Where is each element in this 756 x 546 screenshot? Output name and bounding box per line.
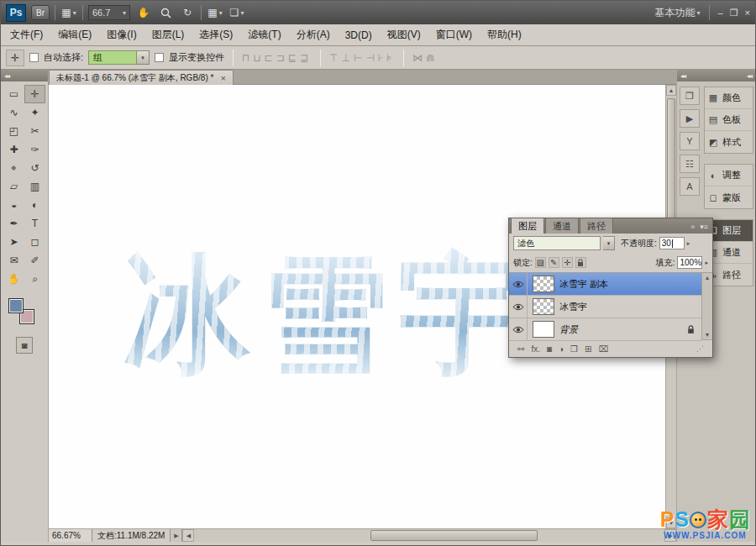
tab-channels[interactable]: 通道 [545, 218, 579, 234]
visibility-toggle[interactable] [509, 296, 528, 318]
slice-tool[interactable]: ✂ [24, 122, 45, 140]
screen-mode-button[interactable]: ❏▾ [228, 5, 245, 20]
menu-analysis[interactable]: 分析(A) [289, 24, 338, 45]
lock-pixels-icon[interactable]: ✎ [549, 257, 559, 268]
foreground-color-swatch[interactable] [8, 298, 24, 313]
status-zoom-field[interactable]: 66.67% [49, 529, 92, 542]
zoom-tool-button[interactable] [157, 5, 174, 20]
scroll-up-arrow[interactable]: ▲ [705, 275, 711, 281]
healing-brush-tool[interactable]: ✚ [3, 140, 24, 159]
chevron-down-icon[interactable]: ▾ [603, 236, 615, 250]
tool-presets-panel-button[interactable]: Y [680, 132, 700, 150]
menu-3d[interactable]: 3D(D) [338, 24, 380, 45]
layer-thumbnail[interactable] [533, 321, 554, 338]
masks-panel-tab[interactable]: ◻蒙版 [705, 186, 753, 208]
background-layer-row[interactable]: 背景 [509, 318, 701, 341]
lock-position-icon[interactable]: ✛ [562, 257, 573, 268]
menu-edit[interactable]: 编辑(E) [50, 24, 99, 45]
menu-layer[interactable]: 图层(L) [144, 24, 192, 45]
layer-thumbnail[interactable] [533, 276, 554, 292]
magic-wand-tool[interactable]: ✦ [24, 103, 45, 122]
layer-style-icon[interactable]: fx. [531, 344, 540, 354]
dock-collapse-button[interactable]: ◂◂ [680, 72, 685, 80]
adjustments-panel-tab[interactable]: ◐调整 [705, 165, 753, 186]
zoom-tool[interactable]: ⌕ [24, 270, 45, 288]
menu-help[interactable]: 帮助(H) [480, 24, 529, 45]
view-extras-button[interactable]: ▦▾ [60, 5, 77, 20]
swatches-panel-tab[interactable]: ▤色板 [705, 109, 753, 131]
rectangular-marquee-tool[interactable]: ▭ [3, 85, 24, 103]
chevron-down-icon[interactable]: ▾ [137, 50, 150, 65]
show-transform-controls-checkbox[interactable] [155, 53, 164, 62]
fill-slider-arrow[interactable]: ▸ [705, 260, 708, 266]
horizontal-scroll-thumb[interactable] [370, 530, 538, 541]
scroll-down-arrow[interactable]: ▼ [705, 332, 711, 338]
workspace-switcher[interactable]: 基本功能▾ [655, 5, 701, 20]
tab-layers[interactable]: 图层 [511, 218, 544, 234]
eyedropper-tool[interactable]: ✐ [24, 251, 45, 270]
menu-image[interactable]: 图像(I) [99, 24, 144, 45]
adjustment-layer-icon[interactable]: ◑ [559, 344, 564, 354]
lock-transparency-icon[interactable]: ▨ [535, 257, 546, 268]
eraser-tool[interactable]: ▱ [3, 177, 24, 196]
auto-select-checkbox[interactable] [29, 53, 39, 62]
blur-tool[interactable]: ◒ [3, 196, 24, 214]
actions-panel-button[interactable]: ▶ [680, 109, 700, 128]
new-group-icon[interactable]: ❒ [570, 344, 578, 354]
lock-all-icon[interactable] [575, 257, 586, 268]
blend-mode-select[interactable]: 滤色 [513, 236, 601, 250]
auto-select-mode-select[interactable]: 组 [88, 50, 137, 65]
zoom-level-input[interactable]: 66.7▾ [88, 5, 130, 20]
rotate-view-button[interactable]: ↻ [179, 5, 196, 20]
panel-collapse-icon[interactable]: » [690, 223, 695, 231]
type-tool[interactable]: T [24, 214, 45, 233]
restore-button[interactable]: ❐ [730, 8, 738, 18]
dodge-tool[interactable]: ◐ [24, 196, 45, 214]
distribute-buttons-group[interactable]: ⊤⊥⊢⊣⊦⊧ [329, 52, 395, 64]
opacity-input[interactable]: 30 [659, 237, 685, 249]
notes-tool[interactable]: ✉ [3, 251, 24, 270]
layer-mask-icon[interactable]: ◙ [547, 344, 552, 354]
tab-close-icon[interactable]: × [220, 73, 225, 83]
pen-tool[interactable]: ✒ [3, 214, 24, 233]
dock-collapse-button[interactable]: ◂◂ [747, 72, 752, 80]
opacity-slider-arrow[interactable]: ▸ [687, 240, 690, 247]
fill-input[interactable]: 100% [677, 256, 702, 269]
shape-tool[interactable]: ◻ [24, 233, 45, 251]
delete-layer-icon[interactable]: ⌧ [598, 344, 608, 354]
visibility-toggle[interactable] [509, 273, 528, 295]
clone-stamp-tool[interactable]: ⌖ [3, 159, 24, 177]
menu-filter[interactable]: 滤镜(T) [240, 24, 288, 45]
history-brush-tool[interactable]: ↺ [24, 159, 45, 177]
hand-tool-button[interactable]: ✋ [135, 5, 152, 20]
arrange-documents-button[interactable]: ▦▾ [207, 5, 223, 20]
scroll-up-arrow[interactable]: ▲ [666, 85, 676, 96]
move-tool[interactable]: ✛ [24, 85, 45, 103]
status-info-expand-button[interactable]: ▶ [171, 529, 182, 542]
horizontal-scrollbar[interactable]: ◀ ▶ [182, 529, 676, 542]
menu-view[interactable]: 视图(V) [380, 24, 428, 45]
color-panel-tab[interactable]: ▦颜色 [705, 87, 753, 109]
scroll-left-arrow[interactable]: ◀ [182, 529, 194, 542]
quick-mask-button[interactable]: ◙ [16, 337, 33, 354]
bridge-button[interactable]: Br [31, 5, 50, 20]
tab-paths[interactable]: 路径 [580, 218, 613, 234]
new-layer-icon[interactable]: ⊞ [585, 344, 591, 354]
gradient-tool[interactable]: ▥ [24, 177, 45, 196]
minimize-button[interactable]: – [718, 8, 723, 18]
layer-row-copy[interactable]: 冰雪宇 副本 [509, 273, 701, 296]
panel-menu-icon[interactable]: ▾≡ [700, 223, 708, 231]
brush-tool[interactable]: ✑ [24, 140, 45, 159]
layer-thumbnail[interactable] [533, 298, 554, 315]
crop-tool[interactable]: ◰ [3, 122, 24, 140]
menu-file[interactable]: 文件(F) [3, 24, 50, 45]
panel-resize-grip[interactable]: ⋰ [696, 344, 704, 353]
hand-tool[interactable]: ✋ [3, 270, 24, 288]
menu-select[interactable]: 选择(S) [192, 24, 240, 45]
document-tab[interactable]: 未标题-1 @ 66.7% (冰雪宇 副本, RGB/8) * × [49, 70, 234, 85]
link-layers-icon[interactable]: ⚯ [517, 344, 524, 354]
menu-window[interactable]: 窗口(W) [428, 24, 480, 45]
history-panel-button[interactable]: ❐ [680, 87, 700, 105]
styles-panel-tab[interactable]: ◩样式 [705, 131, 753, 153]
layers-list-scrollbar[interactable]: ▲ ▼ [701, 273, 712, 339]
